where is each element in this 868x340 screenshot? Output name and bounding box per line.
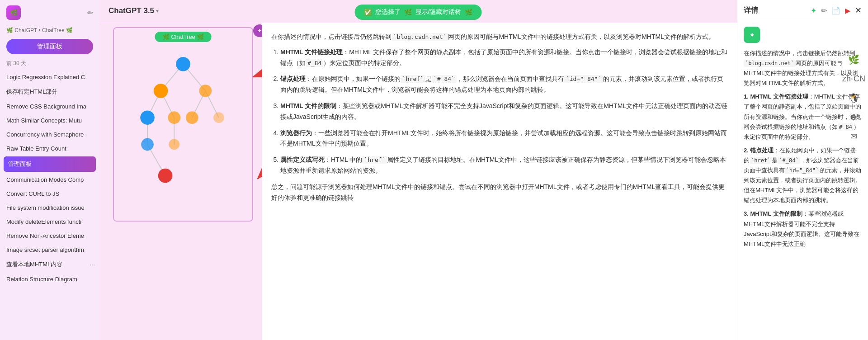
svg-point-13: [168, 111, 180, 124]
svg-point-14: [186, 111, 198, 124]
svg-point-12: [140, 110, 155, 125]
rp-close-icon[interactable]: ✕: [855, 5, 862, 15]
rp-item-2: 2. 锚点处理：在原始网页中，如果一个链接的`href`是`#_84`，那么浏览…: [744, 146, 862, 206]
response-panel[interactable]: 在你描述的情况中，点击链接后仍然跳转到`blog.csdn.net`网页的原因可…: [262, 23, 737, 340]
sidebar-item-3[interactable]: Math Similar Concepts: Mutu: [0, 113, 99, 128]
sidebar-item-11[interactable]: Remove Non-Ancestor Eleme: [0, 229, 99, 243]
side-icon-gear[interactable]: ⚙: [850, 113, 857, 123]
tree-svg: [114, 28, 252, 221]
sidebar-item-0[interactable]: Logic Regression Explained C: [0, 70, 99, 84]
svg-point-9: [176, 57, 190, 71]
response-item-5: 属性定义或写死：HTML 中的`href`属性定义了链接的目标地址。在MHTML…: [280, 155, 728, 176]
tooltip-leaf2: 🌿: [465, 9, 472, 16]
sidebar-logo: 🌿: [6, 5, 21, 20]
manage-panel-button[interactable]: 管理面板: [6, 39, 93, 54]
sidebar-item-14[interactable]: Relation Structure Diagram: [0, 272, 99, 286]
response-item-3: MHTML 文件的限制：某些浏览器或MHTML文件解析器可能不完全支持JavaS…: [280, 101, 728, 123]
far-right-icons: 🌿 zh-CN 🐧 ⚙ ✉: [842, 54, 865, 142]
sidebar-item-8[interactable]: Convert CURL to JS: [0, 187, 99, 201]
side-icon-mail[interactable]: ✉: [850, 132, 857, 142]
chattree-label-text: 🌿 ChatTree 🌿: [162, 33, 204, 40]
chat-title: ChatGPT 3.5: [108, 6, 154, 15]
rp-doc-icon[interactable]: 📄: [831, 6, 840, 15]
rp-gpt-icon[interactable]: ✦: [811, 6, 816, 15]
svg-point-11: [199, 85, 212, 97]
sidebar-item-12[interactable]: Image srcset parser algorithm: [0, 243, 99, 257]
response-list: MHTML 文件链接处理：MHTML 文件保存了整个网页的静态副本，包括了原始页…: [271, 47, 728, 176]
svg-point-18: [158, 169, 173, 183]
rp-edit-icon[interactable]: ✏: [821, 6, 827, 15]
section-label: 前 30 天: [0, 58, 99, 68]
right-panel-icons: ✦ ✏ 📄 ▶ ✕: [811, 5, 862, 15]
tooltip-text1: 您选择了: [375, 8, 401, 16]
breadcrumb: 🌿 ChatGPT • ChatTree 🌿: [0, 25, 99, 37]
canvas-area: 🌿 ChatTree 🌿: [113, 27, 253, 222]
svg-point-17: [169, 139, 179, 150]
sidebar-item-13[interactable]: 查看本地MHTML内容···: [0, 257, 99, 272]
sidebar-item-6[interactable]: 管理面板: [4, 156, 96, 172]
sidebar-item-7[interactable]: Communication Modes Comp: [0, 173, 99, 187]
right-panel: 详情 ✦ ✏ 📄 ▶ ✕ ✦ 在你描述的情况中，点击链接后仍然跳转到`blog.…: [737, 0, 868, 340]
response-summary: 总之，问题可能源于浏览器如何处理MHTML文件中的链接和锚点。尝试在不同的浏览器…: [271, 182, 728, 203]
tooltip-text2: 显示/隐藏对话树: [415, 8, 462, 16]
svg-point-10: [154, 84, 168, 98]
tooltip-check-icon: ✅: [364, 9, 372, 16]
side-icon-leaf[interactable]: 🌿: [848, 54, 859, 65]
right-panel-gpt-icon: ✦: [744, 27, 760, 43]
side-icon-penguin[interactable]: 🐧: [848, 93, 859, 104]
gpt-icon-symbol: ✦: [749, 31, 755, 39]
sidebar-item-1[interactable]: 保存特定HTML部分: [0, 84, 99, 99]
response-intro: 在你描述的情况中，点击链接后仍然跳转到`blog.csdn.net`网页的原因可…: [271, 32, 728, 42]
right-panel-header: 详情 ✦ ✏ 📄 ▶ ✕: [737, 0, 868, 21]
svg-point-16: [141, 138, 154, 151]
sidebar-list: Logic Regression Explained C保存特定HTML部分Re…: [0, 68, 99, 340]
edit-icon[interactable]: ✏: [87, 9, 93, 17]
chattree-label: 🌿 ChatTree 🌿: [155, 32, 212, 42]
response-item-4: 浏览器行为：一些浏览器可能会在打开MHTML文件时，始终将所有链接视为原始链接，…: [280, 128, 728, 150]
chat-title-arrow[interactable]: ▾: [156, 8, 159, 14]
side-icon-lang[interactable]: zh-CN: [842, 74, 865, 84]
rp-play-icon[interactable]: ▶: [845, 6, 850, 15]
sidebar-item-4[interactable]: Concurrency with Semaphore: [0, 128, 99, 142]
response-item-1: MHTML 文件链接处理：MHTML 文件保存了整个网页的静态副本，包括了原始页…: [280, 47, 728, 69]
right-panel-title: 详情: [744, 6, 758, 15]
main-area: ChatGPT 3.5 ▾ ✅ 您选择了 🌿 显示/隐藏对话树 🌿 🌿 Chat…: [99, 0, 737, 340]
item-dots-13[interactable]: ···: [90, 261, 95, 268]
sidebar-item-10[interactable]: Modify deleteElements functi: [0, 215, 99, 229]
svg-point-15: [213, 112, 224, 123]
rp-item-3: 3. MHTML 文件的限制：某些浏览器或MHTML文件解析器可能不完全支持Ja…: [744, 209, 862, 249]
response-item-2: 锚点处理：在原始网页中，如果一个链接的`href`是`#_84`，那么浏览器会在…: [280, 74, 728, 95]
sidebar-item-5[interactable]: Raw Table Entry Count: [0, 142, 99, 156]
sidebar-header: 🌿 ✏: [0, 0, 99, 25]
chattree-tooltip[interactable]: ✅ 您选择了 🌿 显示/隐藏对话树 🌿: [355, 5, 482, 20]
sidebar-item-9[interactable]: File system modification issue: [0, 201, 99, 215]
sidebar: 🌿 ✏ 🌿 ChatGPT • ChatTree 🌿 管理面板 前 30 天 L…: [0, 0, 99, 340]
tooltip-leaf1: 🌿: [404, 9, 412, 16]
sidebar-item-2[interactable]: Remove CSS Background Ima: [0, 99, 99, 113]
